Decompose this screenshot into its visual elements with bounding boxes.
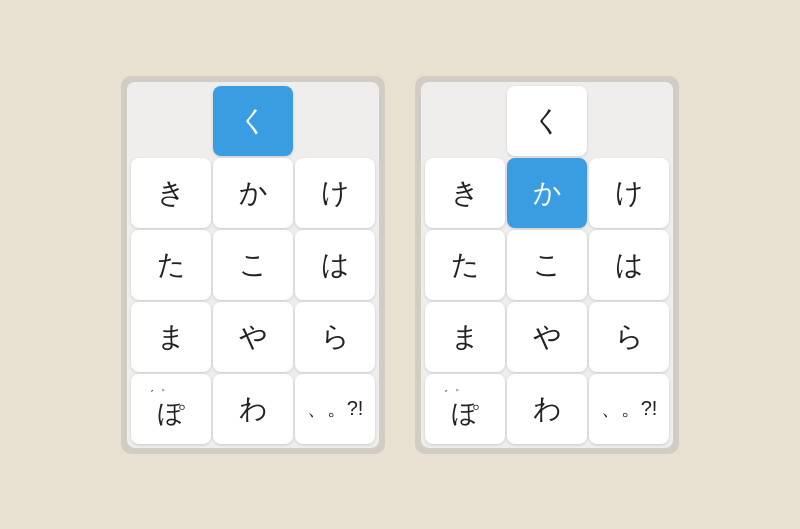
key-0-3[interactable]: た	[131, 230, 211, 300]
key-0-9[interactable]: ゛゜ぽ	[131, 374, 211, 444]
key-0-8[interactable]: ら	[295, 302, 375, 372]
top-key-0[interactable]: く	[213, 86, 293, 156]
key-0-11[interactable]: 、。?!	[295, 374, 375, 444]
panel-left: くきかけたこはまやら゛゜ぽわ、。?!	[121, 76, 385, 454]
key-0-7[interactable]: や	[213, 302, 293, 372]
key-1-6[interactable]: ま	[425, 302, 505, 372]
key-0-2[interactable]: け	[295, 158, 375, 228]
key-0-5[interactable]: は	[295, 230, 375, 300]
key-1-8[interactable]: ら	[589, 302, 669, 372]
key-1-9[interactable]: ゛゜ぽ	[425, 374, 505, 444]
key-1-5[interactable]: は	[589, 230, 669, 300]
key-0-4[interactable]: こ	[213, 230, 293, 300]
top-key-1[interactable]: く	[507, 86, 587, 156]
key-1-11[interactable]: 、。?!	[589, 374, 669, 444]
key-1-4[interactable]: こ	[507, 230, 587, 300]
key-1-3[interactable]: た	[425, 230, 505, 300]
key-1-1[interactable]: か	[507, 158, 587, 228]
panel-right: くきかけたこはまやら゛゜ぽわ、。?!	[415, 76, 679, 454]
key-1-7[interactable]: や	[507, 302, 587, 372]
key-1-2[interactable]: け	[589, 158, 669, 228]
main-container: くきかけたこはまやら゛゜ぽわ、。?!くきかけたこはまやら゛゜ぽわ、。?!	[121, 76, 679, 454]
key-0-1[interactable]: か	[213, 158, 293, 228]
key-0-0[interactable]: き	[131, 158, 211, 228]
key-1-0[interactable]: き	[425, 158, 505, 228]
key-1-10[interactable]: わ	[507, 374, 587, 444]
key-0-6[interactable]: ま	[131, 302, 211, 372]
key-0-10[interactable]: わ	[213, 374, 293, 444]
